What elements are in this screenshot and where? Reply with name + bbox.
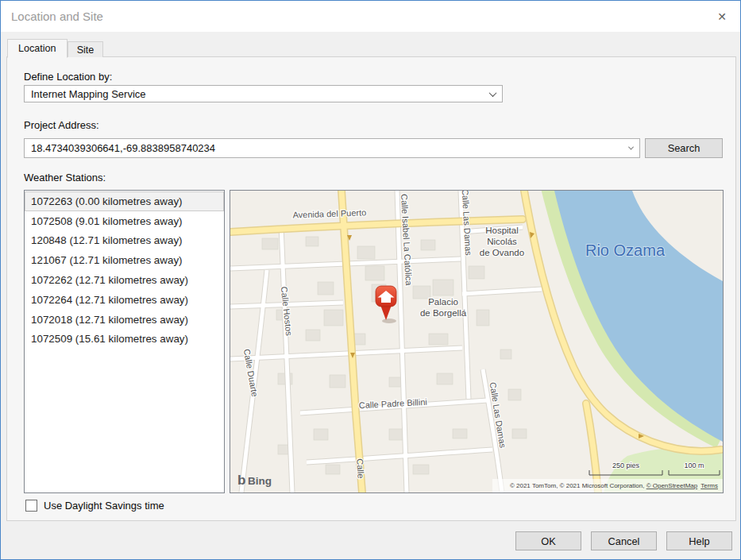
define-location-value: Internet Mapping Service [31,88,146,100]
weather-station-item[interactable]: 1072508 (9.01 kilometres away) [25,211,224,231]
help-button[interactable]: Help [666,531,732,550]
weather-station-item[interactable]: 1072263 (0.00 kilometres away) [25,191,224,211]
copyright-text: © 2021 TomTom, © 2021 Microsoft Corporat… [510,482,646,489]
scale-pies-label: 250 pies [612,462,640,469]
weather-stations-label: Weather Stations: [24,172,106,183]
weather-stations-list[interactable]: 1072263 (0.00 kilometres away) 1072508 (… [24,190,225,493]
openstreetmap-link[interactable]: © OpenStreetMap [646,482,698,489]
define-location-label: Define Location by: [24,71,112,83]
location-and-site-dialog: Location and Site ✕ Location Site Define… [0,0,741,560]
dialog-title: Location and Site [11,10,103,23]
landmark-palacio-line2: de Borgellá [420,308,467,318]
ok-button[interactable]: OK [515,531,581,550]
chevron-down-icon[interactable] [628,145,634,150]
title-bar: Location and Site ✕ [1,1,740,32]
bing-wordmark: Bing [248,475,272,487]
weather-station-item[interactable]: 121067 (12.71 kilometres away) [25,250,224,270]
project-address-input[interactable]: 18.4734039306641,-69.8838958740234 [24,138,640,158]
cancel-button[interactable]: Cancel [591,531,657,550]
weather-station-item[interactable]: 1072509 (15.61 kilometres away) [25,330,224,350]
river-label-rio-ozama: Rio Ozama [585,241,666,259]
bing-b-icon: b [237,473,245,488]
tab-location[interactable]: Location [7,39,68,58]
project-address-label: Project Address: [24,119,99,131]
map-canvas[interactable]: Avenida del Puerto Calle Isabel La Catól… [230,191,723,492]
bing-logo[interactable]: b Bing [237,473,272,488]
tab-strip: Location Site [7,39,103,57]
daylight-savings-row: Use Daylight Savings time [25,500,164,512]
landmark-hospital-line3: de Ovando [480,248,524,257]
landmark-hospital-line2: Nicolás [487,237,517,246]
weather-station-item[interactable]: 1072018 (12.71 kilometres away) [25,310,224,330]
map-copyright: © 2021 TomTom, © 2021 Microsoft Corporat… [510,482,718,489]
landmark-palacio-line1: Palacio [428,297,458,307]
daylight-savings-checkbox[interactable] [25,500,37,512]
street-label-calle-partial: Calle [355,458,365,479]
weather-station-item[interactable]: 1072264 (12.71 kilometres away) [25,290,224,310]
chevron-down-icon [489,89,497,97]
scale-metres-label: 100 m [684,462,704,469]
location-tab-panel: Define Location by: Internet Mapping Ser… [6,56,736,521]
project-address-value: 18.4734039306641,-69.8838958740234 [31,142,215,154]
define-location-dropdown[interactable]: Internet Mapping Service [24,85,503,102]
landmark-hospital-line1: Hospital [485,226,519,235]
close-icon[interactable]: ✕ [704,1,740,32]
tab-site[interactable]: Site [68,41,104,57]
daylight-savings-label: Use Daylight Savings time [44,500,164,512]
search-button[interactable]: Search [645,138,723,158]
weather-station-item[interactable]: 1072262 (12.71 kilometres away) [25,270,224,290]
weather-station-item[interactable]: 120848 (12.71 kilometres away) [25,231,224,251]
map-container[interactable]: Avenida del Puerto Calle Isabel La Catól… [230,190,724,493]
terms-link[interactable]: Terms [700,482,718,489]
